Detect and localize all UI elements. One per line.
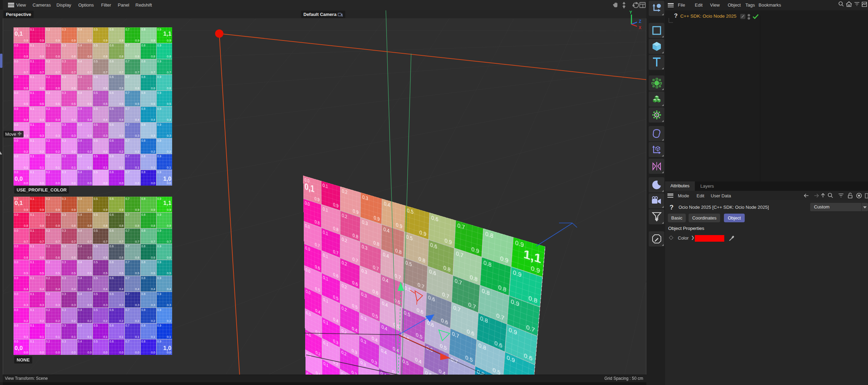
svg-text:Z: Z [639,19,641,24]
svg-text:Y: Y [629,10,632,15]
svg-text:X: X [639,25,641,30]
